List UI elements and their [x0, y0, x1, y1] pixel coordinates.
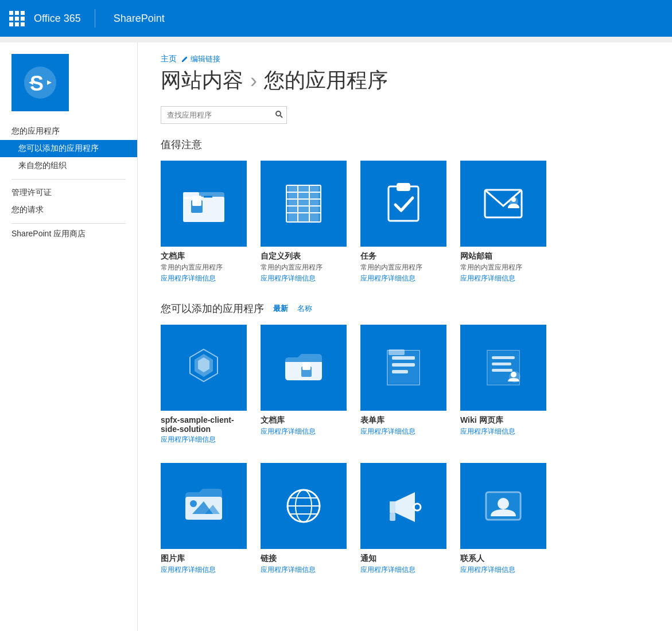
sharepoint-logo: S: [11, 54, 69, 111]
sidebar: S 您的应用程序 您可以添加的应用程序 来自您的组织 管理许可证 您的请求 Sh…: [0, 42, 138, 631]
breadcrumb: 主页 编辑链接: [161, 54, 649, 64]
app-name: 文档库: [161, 251, 247, 262]
addable-app-grid: spfx-sample-client-side-solution 应用程序详细信…: [161, 325, 649, 445]
app-icon-list: [261, 161, 347, 247]
featured-section-title: 值得注意: [161, 138, 649, 151]
sort-name[interactable]: 名称: [297, 303, 312, 314]
app-detail-link[interactable]: 应用程序详细信息: [460, 427, 546, 437]
svg-rect-22: [397, 183, 410, 191]
search-input[interactable]: [161, 107, 269, 123]
app-name: 网站邮箱: [460, 251, 546, 262]
svg-line-5: [281, 116, 283, 118]
app-icon-wikilib: [460, 325, 546, 411]
search-button[interactable]: [269, 107, 289, 123]
app-name: spfx-sample-client-side-solution: [161, 415, 247, 434]
svg-rect-13: [289, 185, 318, 222]
list-item[interactable]: 表单库 应用程序详细信息: [360, 325, 446, 445]
list-item[interactable]: spfx-sample-client-side-solution 应用程序详细信…: [161, 325, 247, 445]
app-desc: 常用的内置应用程序: [360, 263, 446, 272]
list-item[interactable]: 图片库 应用程序详细信息: [161, 463, 247, 575]
page-title: 网站内容 › 您的应用程序: [161, 67, 649, 95]
app-detail-link[interactable]: 应用程序详细信息: [161, 565, 247, 575]
svg-point-43: [190, 500, 197, 507]
app-detail-link[interactable]: 应用程序详细信息: [261, 274, 347, 283]
search-bar: [161, 106, 287, 124]
list-item[interactable]: 任务 常用的内置应用程序 应用程序详细信息: [360, 161, 446, 283]
app-name: 任务: [360, 251, 446, 262]
list-item[interactable]: Wiki 网页库 应用程序详细信息: [460, 325, 546, 445]
sidebar-item-addable[interactable]: 您可以添加的应用程序: [0, 140, 137, 157]
content-area: 主页 编辑链接 网站内容 › 您的应用程序 值: [138, 42, 672, 631]
app-name: 表单库: [360, 415, 446, 426]
list-item[interactable]: 网站邮箱 常用的内置应用程序 应用程序详细信息: [460, 161, 546, 283]
list-item[interactable]: 自定义列表 常用的内置应用程序 应用程序详细信息: [261, 161, 347, 283]
sidebar-item-your-apps[interactable]: 您的应用程序: [0, 123, 137, 140]
app-icon-mailbox: [460, 161, 546, 247]
svg-point-53: [498, 498, 509, 509]
app-detail-link[interactable]: 应用程序详细信息: [261, 565, 347, 575]
sort-newest[interactable]: 最新: [273, 303, 288, 314]
app-detail-link[interactable]: 应用程序详细信息: [360, 565, 446, 575]
app-name: 图片库: [161, 554, 247, 564]
sidebar-divider1: [11, 179, 126, 180]
sidebar-item-org[interactable]: 来自您的组织: [0, 157, 137, 174]
app-name: 通知: [360, 554, 446, 564]
sharepoint-title: SharePoint: [114, 13, 165, 25]
app-icon-announce: [360, 463, 446, 549]
svg-rect-37: [492, 369, 512, 372]
sidebar-item-request[interactable]: 您的请求: [0, 201, 137, 219]
svg-rect-36: [492, 363, 511, 365]
app-name: 链接: [261, 554, 347, 564]
svg-point-25: [511, 197, 516, 202]
app-detail-link[interactable]: 应用程序详细信息: [360, 427, 446, 437]
app-icon-links: [261, 463, 347, 549]
app-desc: 常用的内置应用程序: [161, 263, 247, 272]
svg-rect-32: [392, 363, 415, 367]
app-icon-contacts: [460, 463, 546, 549]
app-detail-link[interactable]: 应用程序详细信息: [360, 274, 446, 283]
office365-title: Office 365: [34, 13, 81, 25]
list-item[interactable]: 链接 应用程序详细信息: [261, 463, 347, 575]
svg-point-4: [276, 111, 281, 116]
svg-rect-35: [492, 356, 515, 359]
main-wrapper: S 您的应用程序 您可以添加的应用程序 来自您的组织 管理许可证 您的请求 Sh…: [0, 42, 672, 631]
breadcrumb-edit[interactable]: 编辑链接: [181, 54, 220, 64]
page-title-separator: ›: [250, 69, 257, 93]
app-detail-link[interactable]: 应用程序详细信息: [161, 435, 247, 445]
app-detail-link[interactable]: 应用程序详细信息: [460, 565, 546, 575]
app-icon-folder: [161, 161, 247, 247]
app-icon-formlib: [360, 325, 446, 411]
svg-rect-31: [392, 356, 415, 360]
sidebar-store[interactable]: SharePoint 应用商店: [0, 225, 97, 242]
featured-app-grid: 文档库 常用的内置应用程序 应用程序详细信息: [161, 161, 649, 283]
addable-section-title: 您可以添加的应用程序: [161, 302, 264, 316]
app-desc: 常用的内置应用程序: [261, 263, 347, 272]
topbar: Office 365 SharePoint: [0, 0, 672, 37]
svg-point-39: [511, 372, 516, 377]
app-icon-spfx: [161, 325, 247, 411]
app-name: 自定义列表: [261, 251, 347, 262]
sidebar-divider2: [11, 223, 126, 224]
app-detail-link[interactable]: 应用程序详细信息: [460, 274, 546, 283]
subbar: [0, 37, 672, 42]
app-icon-piclib: [161, 463, 247, 549]
svg-rect-33: [392, 370, 408, 373]
app-detail-link[interactable]: 应用程序详细信息: [161, 274, 247, 283]
list-item[interactable]: 联系人 应用程序详细信息: [460, 463, 546, 575]
breadcrumb-home[interactable]: 主页: [161, 54, 177, 64]
list-item[interactable]: 通知 应用程序详细信息: [360, 463, 446, 575]
svg-rect-34: [389, 349, 405, 355]
waffle-icon[interactable]: [9, 11, 25, 26]
topbar-divider: [95, 9, 95, 28]
sidebar-item-license[interactable]: 管理许可证: [0, 184, 137, 201]
addable-section-header: 您可以添加的应用程序 最新 名称: [161, 302, 649, 316]
svg-rect-21: [389, 186, 418, 221]
list-item[interactable]: 文档库 应用程序详细信息: [261, 325, 347, 445]
app-detail-link[interactable]: 应用程序详细信息: [261, 427, 347, 437]
app-name: 文档库: [261, 415, 347, 426]
svg-rect-49: [390, 513, 395, 521]
addable-app-grid2: 图片库 应用程序详细信息 链接 应用程序详细信息: [161, 463, 649, 575]
app-name: 联系人: [460, 554, 546, 564]
list-item[interactable]: 文档库 常用的内置应用程序 应用程序详细信息: [161, 161, 247, 283]
sidebar-nav: 您的应用程序 您可以添加的应用程序 来自您的组织 管理许可证 您的请求 Shar…: [0, 123, 137, 239]
